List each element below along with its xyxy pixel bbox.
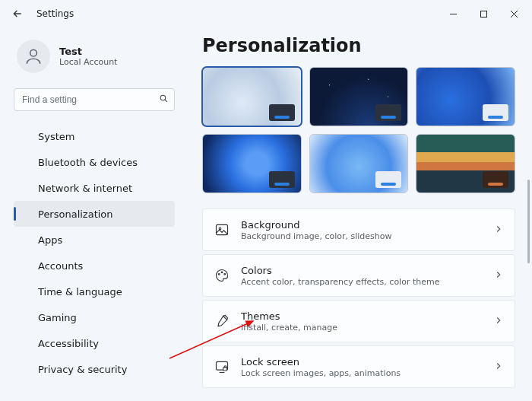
sidebar-item-network[interactable]: Network & internet xyxy=(14,175,175,201)
brush-icon xyxy=(214,313,230,329)
svg-point-4 xyxy=(30,49,37,56)
search-icon xyxy=(159,94,169,106)
window-controls xyxy=(438,2,529,25)
svg-point-8 xyxy=(219,228,221,230)
back-button[interactable] xyxy=(11,7,24,21)
profile-block[interactable]: Test Local Account xyxy=(14,35,175,84)
theme-thumb-4[interactable] xyxy=(202,134,302,193)
profile-name: Test xyxy=(59,46,117,57)
chevron-right-icon xyxy=(493,315,504,328)
sidebar-item-label: Accounts xyxy=(38,260,83,272)
sidebar-item-label: Time & language xyxy=(38,286,122,298)
svg-rect-7 xyxy=(217,224,228,234)
sidebar-item-label: Privacy & security xyxy=(38,364,127,375)
svg-rect-1 xyxy=(480,11,486,17)
card-title: Colors xyxy=(241,265,483,276)
sidebar-item-personalization[interactable]: Personalization xyxy=(14,201,175,227)
card-background[interactable]: Background Background image, color, slid… xyxy=(202,208,515,251)
card-title: Themes xyxy=(241,310,483,322)
sidebar-item-label: System xyxy=(38,131,74,142)
sidebar-item-accounts[interactable]: Accounts xyxy=(14,253,175,278)
scrollbar-thumb[interactable] xyxy=(527,180,530,263)
card-title: Background xyxy=(241,219,483,231)
svg-point-5 xyxy=(160,95,166,100)
theme-thumb-2[interactable] xyxy=(309,67,409,126)
profile-sub: Local Account xyxy=(59,57,117,67)
card-sub: Accent color, transparency effects, colo… xyxy=(241,277,483,287)
theme-thumb-6[interactable] xyxy=(416,134,515,193)
card-title: Lock screen xyxy=(241,356,483,368)
settings-list: Background Background image, color, slid… xyxy=(202,208,515,388)
sidebar-item-label: Bluetooth & devices xyxy=(38,157,138,168)
sidebar-item-accessibility[interactable]: Accessibility xyxy=(14,330,175,356)
palette-icon xyxy=(214,268,230,283)
sidebar-item-label: Accessibility xyxy=(38,338,99,349)
card-sub: Background image, color, slideshow xyxy=(241,231,483,241)
sidebar-item-system[interactable]: System xyxy=(14,123,175,149)
minimize-button[interactable] xyxy=(438,2,468,25)
sidebar-item-apps[interactable]: Apps xyxy=(14,227,175,253)
app-title: Settings xyxy=(36,8,74,19)
chevron-right-icon xyxy=(493,361,504,374)
main: Personalization Background Background im… xyxy=(185,27,532,401)
search-input[interactable] xyxy=(14,88,175,111)
close-button[interactable] xyxy=(499,2,529,25)
chevron-right-icon xyxy=(493,224,504,237)
search-wrap xyxy=(14,88,175,111)
card-colors[interactable]: Colors Accent color, transparency effect… xyxy=(202,254,515,297)
svg-line-6 xyxy=(165,100,167,102)
sidebar-item-label: Network & internet xyxy=(38,183,132,194)
card-themes[interactable]: Themes Install, create, manage xyxy=(202,300,515,342)
sidebar-item-time[interactable]: Time & language xyxy=(14,278,175,304)
lock-monitor-icon xyxy=(214,359,230,374)
chevron-right-icon xyxy=(493,269,504,282)
sidebar-item-privacy[interactable]: Privacy & security xyxy=(14,356,175,382)
svg-point-9 xyxy=(218,274,220,275)
image-icon xyxy=(214,222,230,237)
maximize-button[interactable] xyxy=(468,2,499,25)
svg-point-10 xyxy=(221,272,223,273)
card-sub: Install, create, manage xyxy=(241,323,483,333)
theme-thumb-1[interactable] xyxy=(202,67,302,126)
sidebar-item-label: Personalization xyxy=(38,208,113,220)
sidebar-item-label: Gaming xyxy=(38,312,77,323)
nav: System Bluetooth & devices Network & int… xyxy=(14,123,175,382)
svg-point-11 xyxy=(224,274,226,275)
sidebar: Test Local Account System Bluetooth & de… xyxy=(0,27,185,401)
titlebar: Settings xyxy=(0,0,532,27)
sidebar-item-label: Apps xyxy=(38,234,62,246)
theme-thumb-3[interactable] xyxy=(416,67,515,126)
theme-thumb-5[interactable] xyxy=(309,134,409,193)
svg-rect-13 xyxy=(223,368,227,371)
sidebar-item-gaming[interactable]: Gaming xyxy=(14,304,175,330)
page-title: Personalization xyxy=(202,35,515,56)
avatar xyxy=(17,40,50,73)
sidebar-item-bluetooth[interactable]: Bluetooth & devices xyxy=(14,149,175,175)
card-sub: Lock screen images, apps, animations xyxy=(241,368,483,378)
theme-grid xyxy=(202,67,515,193)
card-lockscreen[interactable]: Lock screen Lock screen images, apps, an… xyxy=(202,345,515,388)
